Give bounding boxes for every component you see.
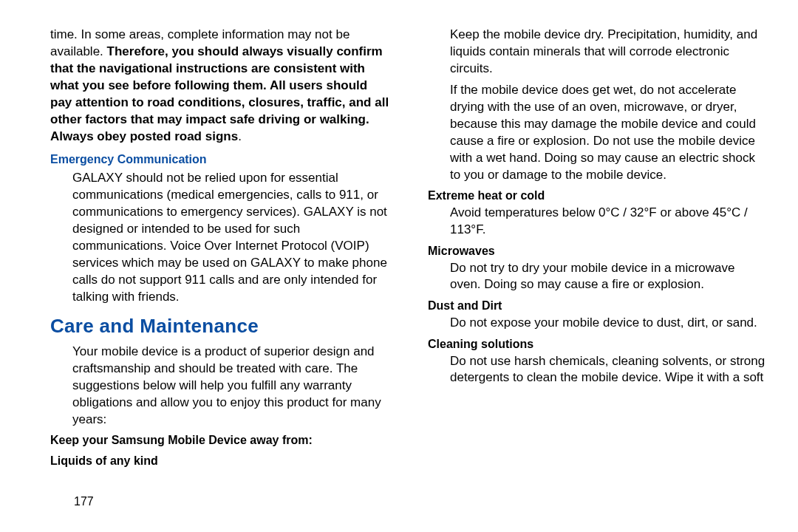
document-body: time. In some areas, complete informatio… bbox=[50, 27, 768, 485]
microwave-title: Microwaves bbox=[428, 243, 768, 259]
liquids-p2: If the mobile device does get wet, do no… bbox=[450, 82, 768, 184]
intro-bold: Therefore, you should always visually co… bbox=[50, 44, 389, 143]
emergency-heading: Emergency Communication bbox=[50, 151, 391, 168]
keep-away-heading: Keep your Samsung Mobile Device away fro… bbox=[50, 432, 391, 449]
heat-title: Extreme heat or cold bbox=[428, 188, 768, 204]
cleaning-title: Cleaning solutions bbox=[428, 336, 768, 352]
dust-body: Do not expose your mobile device to dust… bbox=[450, 315, 768, 332]
care-body: Your mobile device is a product of super… bbox=[72, 344, 391, 429]
heat-body: Avoid temperatures below 0°C / 32°F or a… bbox=[450, 205, 768, 239]
page-number: 177 bbox=[74, 494, 94, 510]
intro-paragraph: time. In some areas, complete informatio… bbox=[50, 27, 391, 146]
liquids-p1: Keep the mobile device dry. Precipitatio… bbox=[450, 27, 768, 78]
intro-post: . bbox=[238, 129, 242, 143]
liquids-title: Liquids of any kind bbox=[50, 453, 391, 469]
dust-title: Dust and Dirt bbox=[428, 298, 768, 314]
emergency-body: GALAXY should not be relied upon for ess… bbox=[72, 170, 391, 306]
microwave-body: Do not try to dry your mobile device in … bbox=[450, 260, 768, 294]
care-heading: Care and Maintenance bbox=[50, 313, 391, 339]
cleaning-body: Do not use harsh chemicals, cleaning sol… bbox=[450, 353, 768, 387]
